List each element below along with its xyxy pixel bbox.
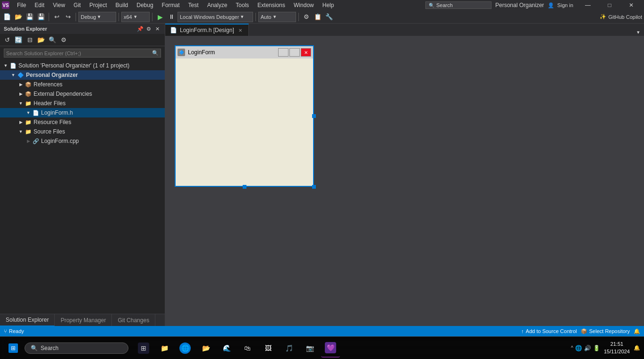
resize-handle-s[interactable] [243,185,246,189]
save-button[interactable]: 💾 [25,12,35,22]
menu-help[interactable]: Help [319,1,338,9]
tree-item-project[interactable]: ▼ 🔷 Personal Organizer [0,70,165,80]
menu-edit[interactable]: Edit [31,1,48,9]
tree-item-external[interactable]: ▶ 📦 External Dependencies [0,89,165,99]
solution-explorer-search[interactable]: 🔍 [4,49,161,58]
taskbar-edge2[interactable]: 🌊 [217,339,236,358]
save-all-button[interactable]: 💾 [36,12,46,22]
toolbar-sep-4 [152,13,153,21]
arch-dropdown[interactable]: x64 ▾ [121,12,150,22]
se-show-files-button[interactable]: 📂 [36,35,46,45]
resize-handle-se[interactable] [312,185,316,189]
tree-item-references[interactable]: ▶ 📦 References [0,80,165,89]
panel-settings-button[interactable]: ⚙ [145,25,153,33]
taskbar: ⊞ 🔍 Search ⊞ 📁 🌐 📂 🌊 🛍 🖼 🎵 📷 [0,336,644,359]
undo-button[interactable]: ↩ [51,12,62,22]
auto-dropdown[interactable]: Auto ▾ [258,12,296,22]
debug-config-dropdown[interactable]: Debug ▾ [78,12,116,22]
close-button[interactable]: ✕ [620,0,642,10]
menu-extensions[interactable]: Extensions [254,1,289,9]
project-icon: 🔷 [17,71,25,79]
panel-close-button[interactable]: ✕ [153,25,161,33]
menu-build[interactable]: Build [112,1,132,9]
main-toolbar: 📄 📂 💾 💾 ↩ ↪ Debug ▾ x64 ▾ ▶ ⏸ Local Wind… [0,10,644,24]
toolbar-extra-btn3[interactable]: 🔧 [324,12,334,22]
taskbar-media[interactable]: 🎵 [280,339,298,358]
notification-center-button[interactable]: 🔔 [634,345,640,351]
menu-debug[interactable]: Debug [133,1,157,9]
taskbar-file-explorer[interactable]: 📁 [155,339,174,358]
pin-button[interactable]: 📌 [136,25,144,33]
tree-item-loginform-h[interactable]: ▼ 📄 LoginForm.h [0,108,165,117]
new-file-button[interactable]: 📄 [2,12,12,22]
editor-tab-loginform[interactable]: 📄 LoginForm.h [Design] ✕ [165,24,249,36]
se-settings-button[interactable]: ⚙ [59,35,69,45]
menu-analyze[interactable]: Analyze [203,1,231,9]
taskbar-edge[interactable]: 🌐 [176,339,195,358]
status-select-repo[interactable]: 📦 Select Repository [581,328,630,334]
taskbar-photos[interactable]: 🖼 [259,339,278,358]
form-maximize-button[interactable]: □ [289,48,300,57]
toolbar-extra-btn[interactable]: ⚙ [301,12,312,22]
design-canvas[interactable]: 🔷 LoginForm — □ ✕ [165,36,644,326]
form-close-button[interactable]: ✕ [301,48,311,57]
menu-view[interactable]: View [49,1,69,9]
debugger-dropdown[interactable]: Local Windows Debugger ▾ [178,12,253,22]
tree-item-source-files[interactable]: ▼ 📁 Source Files [0,127,165,136]
menu-git[interactable]: Git [70,1,85,9]
tab-bar-right: ▾ [635,28,644,36]
taskbar-clock[interactable]: 21:51 15/11/2024 [604,341,630,355]
se-refresh-button[interactable]: 🔄 [13,35,24,45]
tab-close-button[interactable]: ✕ [237,27,244,33]
tree-item-header-files[interactable]: ▼ 📁 Header Files [0,99,165,108]
tab-property-manager[interactable]: Property Manager [55,314,112,326]
tab-dropdown-button[interactable]: ▾ [635,28,642,36]
taskbar-camera[interactable]: 📷 [300,339,319,358]
menu-tools[interactable]: Tools [232,1,253,9]
start-button[interactable]: ⊞ [4,339,23,358]
start-debug-button[interactable]: ▶ [155,12,165,22]
search-input[interactable] [6,50,152,56]
menu-test[interactable]: Test [185,1,203,9]
tab-solution-explorer[interactable]: Solution Explorer [0,314,55,326]
header-files-label: Header Files [34,100,66,107]
menu-project[interactable]: Project [85,1,110,9]
se-filter-button[interactable]: 🔍 [47,35,58,45]
taskbar-search-box[interactable]: 🔍 Search [25,342,128,354]
tray-arrow[interactable]: ^ [571,345,573,351]
se-collapse-button[interactable]: ⊟ [25,35,35,45]
redo-button[interactable]: ↪ [63,12,73,22]
taskbar-vs[interactable]: 💜 [321,339,340,358]
edge2-icon: 🌊 [221,342,232,354]
se-sync-button[interactable]: ↺ [2,35,12,45]
resize-handle-e[interactable] [312,114,316,118]
sign-in-area[interactable]: 👤 Sign in [548,2,573,8]
menu-window[interactable]: Window [290,1,318,9]
maximize-button[interactable]: □ [599,0,620,10]
menu-format[interactable]: Format [158,1,184,9]
toolbar-extra-btn2[interactable]: 📋 [313,12,323,22]
tree-item-resource-files[interactable]: ▶ 📁 Resource Files [0,117,165,127]
status-notification[interactable]: 🔔 [634,328,640,334]
notification-bell-icon: 🔔 [634,345,640,351]
form-minimize-button[interactable]: — [278,48,288,57]
taskbar-widgets[interactable]: ⊞ [134,339,153,358]
search-container: 🔍 [0,46,165,60]
open-button[interactable]: 📂 [13,12,24,22]
github-copilot-icon: ✨ [600,14,606,20]
github-copilot-area[interactable]: ✨ GitHub Copilot [600,14,642,20]
visual-studio-icon: 💜 [325,342,336,353]
tree-item-solution[interactable]: ▼ 📄 Solution 'Personal Organizer' (1 of … [0,61,165,70]
upload-icon: ↑ [521,328,524,334]
title-search-box[interactable]: 🔍 Search [425,1,491,9]
minimize-button[interactable]: — [577,0,599,10]
status-source-control[interactable]: ↑ Add to Source Control [521,328,577,334]
tree-item-loginform-cpp[interactable]: ▶ 🔗 LoginForm.cpp [0,136,165,146]
menu-file[interactable]: File [13,1,30,9]
form-preview[interactable]: 🔷 LoginForm — □ ✕ [175,45,314,187]
taskbar-files[interactable]: 📂 [196,339,215,358]
tab-git-changes[interactable]: Git Changes [112,314,155,326]
media-icon: 🎵 [283,342,295,354]
taskbar-store[interactable]: 🛍 [238,339,257,358]
pause-button[interactable]: ⏸ [166,12,177,22]
